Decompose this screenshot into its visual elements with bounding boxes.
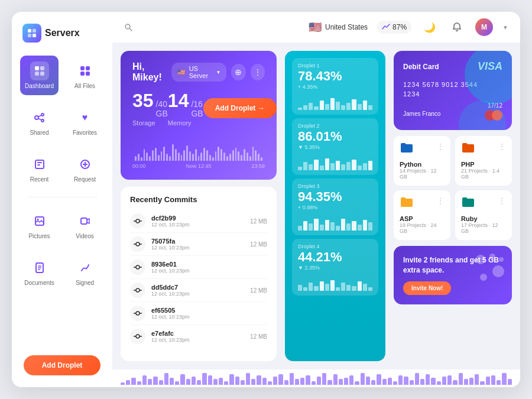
svg-point-41 <box>136 288 140 292</box>
folder-meta: 17 Projects · 12 GB <box>461 222 506 234</box>
svg-rect-6 <box>35 72 39 76</box>
hero-add-button[interactable]: Add Droplet → <box>203 98 277 118</box>
mastercard-icon <box>485 110 502 121</box>
svg-point-47 <box>136 335 140 338</box>
search-box[interactable] <box>124 23 132 31</box>
droplet-item-1: Droplet 1 78.43% + 4.35% <box>292 58 378 115</box>
commits-card: Recently Commits dcf2b99 12 oct, 10:23pm… <box>121 187 277 361</box>
commit-row[interactable]: ef65505 12 oct, 10:23pm <box>130 302 267 325</box>
commit-icon <box>130 306 145 321</box>
droplet-percent: 44.21% <box>298 249 372 265</box>
commits-list: dcf2b99 12 oct, 10:23pm 12 MB 75075fa 12… <box>130 210 267 348</box>
folder-name: ASP <box>400 215 445 222</box>
commit-size: 12 MB <box>250 333 267 340</box>
commit-info: ef65505 12 oct, 10:23pm <box>151 307 261 320</box>
folder-item-ruby[interactable]: ⋮ Ruby 17 Projects · 12 GB <box>455 190 512 240</box>
svg-rect-11 <box>86 72 90 76</box>
folder-menu-icon[interactable]: ⋮ <box>436 142 445 151</box>
sidebar-item-request[interactable]: Request <box>66 149 104 189</box>
server-badge[interactable]: 🇺🇸 US Server ▼ <box>171 63 227 82</box>
folder-header: ⋮ <box>461 142 506 157</box>
svg-rect-18 <box>37 162 42 163</box>
folders-grid: ⋮ Python 14 Projects · 12 GB ⋮ PHP 21 Pr… <box>394 136 512 240</box>
svg-point-44 <box>136 312 140 315</box>
folder-item-python[interactable]: ⋮ Python 14 Projects · 12 GB <box>394 136 450 186</box>
commit-hash: 8936e01 <box>151 261 261 268</box>
commit-row[interactable]: dd5ddc7 12 oct, 10:23pm 12 MB <box>130 279 267 302</box>
droplet-percent: 78.43% <box>298 69 372 84</box>
moon-icon[interactable]: 🌙 <box>421 18 439 36</box>
commit-size: 12 MB <box>250 218 267 225</box>
invite-button[interactable]: Invite Now! <box>403 281 451 295</box>
sidebar-item-pictures[interactable]: Pictures <box>20 206 59 245</box>
chevron-down-icon[interactable]: ▼ <box>502 24 508 31</box>
svg-point-30 <box>125 24 130 29</box>
more-button[interactable]: ⋮ <box>251 64 265 80</box>
commit-icon <box>130 213 145 229</box>
stat-badge: 87% <box>377 21 411 34</box>
sidebar-label-recent: Recent <box>30 176 49 183</box>
commit-row[interactable]: 75075fa 12 oct, 10:23pm 12 MB <box>130 233 267 256</box>
notification-icon[interactable] <box>448 18 466 36</box>
folder-meta: 14 Projects · 12 GB <box>400 168 445 180</box>
flag-emoji: 🇺🇸 <box>309 21 322 34</box>
sidebar-item-signed[interactable]: Signed <box>66 252 104 292</box>
folder-meta: 21 Projects · 1.4 GB <box>461 168 506 180</box>
sidebar-divider <box>27 197 98 197</box>
favorites-icon: ♥ <box>76 108 95 127</box>
commit-row[interactable]: dcf2b99 12 oct, 10:23pm 12 MB <box>130 210 267 233</box>
dashboard-icon <box>30 61 49 80</box>
droplets-card: Droplet 1 78.43% + 4.35% Droplet 2 86.01… <box>285 51 385 361</box>
folder-icon <box>461 142 475 157</box>
svg-point-38 <box>136 265 140 269</box>
sidebar-nav: Dashboard All Files Shared ♥ Favorites <box>18 56 106 189</box>
commit-date: 12 oct, 10:23pm <box>151 337 244 343</box>
folder-name: Ruby <box>461 215 506 222</box>
sidebar-item-recent[interactable]: Recent <box>20 149 59 189</box>
recent-icon <box>30 155 49 174</box>
storage-value: 35 <box>132 90 154 112</box>
folder-item-php[interactable]: ⋮ PHP 21 Projects · 1.4 GB <box>455 136 512 186</box>
commit-row[interactable]: 8936e01 12 oct, 10:23pm <box>130 256 267 279</box>
videos-icon <box>76 212 95 231</box>
hero-top: Hi, Mikey! 🇺🇸 US Server ▼ ⊕ ⋮ <box>132 61 265 83</box>
svg-rect-5 <box>40 66 44 70</box>
commit-info: dd5ddc7 12 oct, 10:23pm <box>151 284 244 297</box>
commit-date: 12 oct, 10:23pm <box>151 268 261 274</box>
debit-card: Debit Card VISA 1234 5678 9012 3544 1234… <box>394 51 512 130</box>
topbar: 🇺🇸 United States 87% 🌙 M ▼ <box>112 12 520 43</box>
sidebar-item-favorites[interactable]: ♥ Favorites <box>66 102 104 142</box>
droplet-mini-bars <box>298 92 372 110</box>
commit-hash: dd5ddc7 <box>151 284 244 291</box>
folder-menu-icon[interactable]: ⋮ <box>498 196 506 206</box>
commit-info: 8936e01 12 oct, 10:23pm <box>151 261 261 274</box>
svg-rect-0 <box>28 29 31 33</box>
droplet-change: + 4.35% <box>298 84 372 90</box>
sidebar-item-shared[interactable]: Shared <box>20 102 59 142</box>
droplet-change: ▼ 5.35% <box>298 144 372 150</box>
sidebar-item-allfiles[interactable]: All Files <box>66 56 104 95</box>
signed-icon <box>76 258 95 277</box>
commit-size: 12 MB <box>250 287 267 294</box>
sidebar-item-dashboard[interactable]: Dashboard <box>20 56 59 95</box>
pictures-icon <box>30 212 49 231</box>
folder-menu-icon[interactable]: ⋮ <box>498 142 506 151</box>
commit-date: 12 oct, 10:23pm <box>151 314 261 320</box>
svg-rect-19 <box>37 164 40 166</box>
add-droplet-button[interactable]: Add Droplet <box>24 355 100 375</box>
main-content: 🇺🇸 United States 87% 🌙 M ▼ Hi, Mikey! <box>112 12 520 387</box>
folder-menu-icon[interactable]: ⋮ <box>436 196 445 206</box>
left-column: Hi, Mikey! 🇺🇸 US Server ▼ ⊕ ⋮ <box>121 51 277 361</box>
commits-title: Recently Commits <box>130 195 267 204</box>
sidebar-label-videos: Videos <box>76 233 93 239</box>
user-avatar[interactable]: M <box>475 18 493 36</box>
folder-item-asp[interactable]: ⋮ ASP 19 Projects · 24 GB <box>394 190 450 240</box>
sidebar-item-videos[interactable]: Videos <box>66 206 104 245</box>
commit-info: e7efafc 12 oct, 10:23pm <box>151 330 244 343</box>
sidebar-item-documents[interactable]: Documents <box>20 252 59 292</box>
settings-button[interactable]: ⊕ <box>231 64 245 80</box>
commit-info: dcf2b99 12 oct, 10:23pm <box>151 215 244 228</box>
storage-stat: 35 /40 GB Storage <box>132 90 168 126</box>
bottom-bar-chart <box>121 373 512 385</box>
commit-row[interactable]: e7efafc 12 oct, 10:23pm 12 MB <box>130 325 267 348</box>
